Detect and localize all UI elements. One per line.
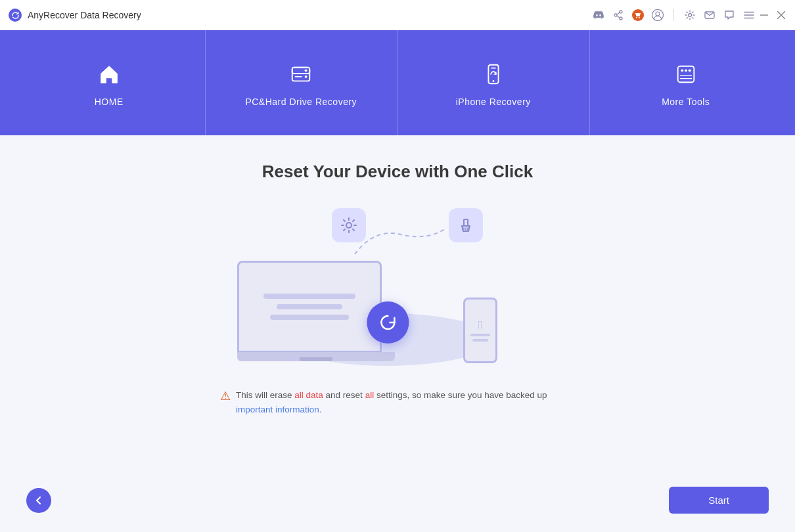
broom-float-icon xyxy=(449,208,483,242)
warning-red-1: all data xyxy=(294,390,323,400)
title-bar: AnyRecover Data Recovery xyxy=(0,0,795,30)
phone-icon xyxy=(478,58,509,90)
svg-point-11 xyxy=(689,13,692,16)
phone-illustration:  xyxy=(463,298,497,363)
svg-point-2 xyxy=(614,14,617,16)
minimize-btn[interactable] xyxy=(758,9,770,21)
warning-container: ⚠ This will erase all data and reset all… xyxy=(220,388,575,416)
svg-point-1 xyxy=(620,11,622,13)
svg-point-28 xyxy=(681,69,683,72)
svg-rect-34 xyxy=(464,219,468,226)
nav-pc-recovery[interactable]: PC&Hard Drive Recovery xyxy=(206,30,398,135)
warning-blue: important information. xyxy=(236,405,322,414)
nav-more-tools[interactable]: More Tools xyxy=(590,30,783,135)
chat-icon[interactable] xyxy=(723,9,736,22)
cart-icon[interactable] xyxy=(631,9,645,22)
warning-text: This will erase all data and reset all s… xyxy=(236,388,575,416)
svg-point-29 xyxy=(685,69,687,72)
nav-bar: HOME PC&Hard Drive Recovery xyxy=(0,30,795,135)
refresh-center-icon xyxy=(367,301,409,344)
svg-point-33 xyxy=(346,223,352,228)
home-icon xyxy=(93,58,125,90)
warning-red-2: all xyxy=(365,390,375,400)
bottom-bar: Start xyxy=(0,487,795,514)
svg-point-30 xyxy=(689,69,691,72)
svg-rect-27 xyxy=(677,66,694,83)
svg-point-10 xyxy=(656,12,660,16)
nav-home[interactable]: HOME xyxy=(13,30,206,135)
svg-point-7 xyxy=(636,17,637,18)
svg-line-4 xyxy=(617,12,620,14)
close-btn[interactable] xyxy=(775,9,787,21)
warning-icon: ⚠ xyxy=(220,389,231,403)
svg-point-26 xyxy=(492,80,494,82)
app-title: AnyRecover Data Recovery xyxy=(28,10,592,20)
svg-point-21 xyxy=(305,69,307,72)
svg-point-22 xyxy=(305,76,307,78)
share-icon[interactable] xyxy=(612,9,625,22)
illustration:  xyxy=(273,202,522,372)
svg-point-8 xyxy=(639,17,640,18)
discord-icon[interactable] xyxy=(592,9,605,22)
gear-float-icon xyxy=(332,208,366,242)
start-button[interactable]: Start xyxy=(669,487,769,514)
svg-line-5 xyxy=(617,16,620,18)
divider xyxy=(673,9,674,21)
settings-icon[interactable] xyxy=(683,9,696,22)
svg-point-3 xyxy=(620,17,622,20)
user-icon[interactable] xyxy=(651,9,664,22)
nav-iphone-recovery[interactable]: iPhone Recovery xyxy=(398,30,590,135)
menu-icon[interactable] xyxy=(742,9,756,22)
back-button[interactable] xyxy=(26,488,51,513)
window-controls xyxy=(758,9,787,21)
title-bar-actions xyxy=(592,9,756,22)
nav-iphone-label: iPhone Recovery xyxy=(456,97,531,107)
app-logo xyxy=(8,8,22,22)
nav-pc-label: PC&Hard Drive Recovery xyxy=(245,97,357,107)
tools-icon xyxy=(670,58,702,90)
svg-point-0 xyxy=(9,9,22,22)
hdd-icon xyxy=(285,58,317,90)
mail-icon[interactable] xyxy=(703,9,716,22)
nav-tools-label: More Tools xyxy=(662,97,710,107)
page-title: Reset Your Device with One Click xyxy=(262,162,533,182)
nav-home-label: HOME xyxy=(95,97,124,107)
main-content: Reset Your Device with One Click xyxy=(0,135,795,532)
